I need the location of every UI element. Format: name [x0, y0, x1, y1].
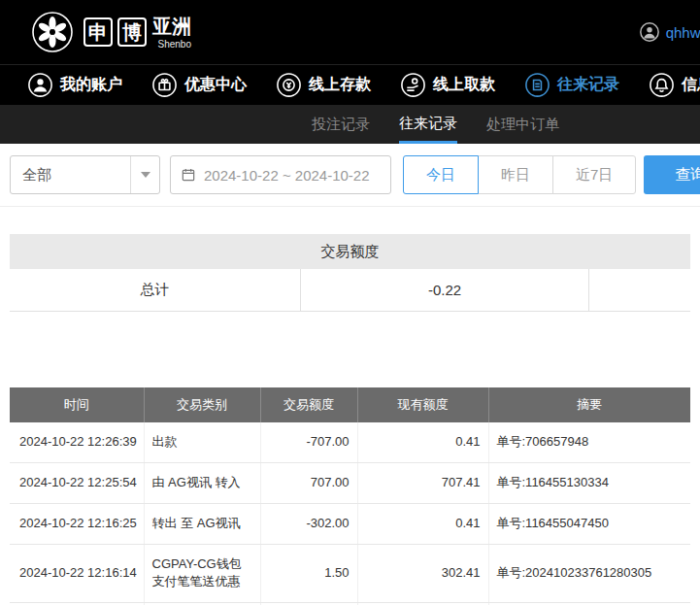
records-table-body: 2024-10-22 12:26:39 出款 -707.00 0.41 单号:7…	[10, 422, 690, 605]
cell-type: CGPAY-CG钱包支付笔笔送优惠	[144, 544, 260, 603]
cell-amount: -707.00	[260, 422, 357, 462]
logo-region-text: 亚洲	[152, 16, 191, 37]
main-nav: 我的账户 优惠中心 线上存款	[0, 64, 700, 105]
type-select-value: 全部	[22, 166, 51, 185]
summary-header: 交易额度	[10, 234, 690, 269]
records-table-head: 时间 交易类别 交易额度 现有额度 摘要	[10, 387, 690, 422]
cell-balance: 0.41	[357, 422, 488, 462]
app: 申 博 亚洲 Shenbo qhhwz	[0, 0, 700, 605]
col-header-type: 交易类别	[144, 387, 260, 422]
summary-table: 交易额度 总计 -0.22	[10, 234, 690, 312]
yesterday-button[interactable]: 昨日	[478, 155, 553, 194]
site-logo[interactable]: 申 博 亚洲 Shenbo	[31, 11, 191, 53]
logo-char-bo: 博	[117, 17, 147, 47]
date-range-value: 2024-10-22 ~ 2024-10-22	[204, 167, 370, 184]
nav-item-label: 我的账户	[60, 75, 122, 95]
table-row: 2024-10-22 12:25:54 由 AG视讯 转入 707.00 707…	[10, 462, 690, 503]
cell-time: 2024-10-22 12:16:14	[10, 544, 144, 603]
type-select[interactable]: 全部	[10, 155, 160, 194]
nav-item-label: 往来记录	[557, 75, 619, 95]
account-icon	[639, 21, 660, 43]
cell-balance: 707.41	[357, 462, 488, 503]
username: qhhwz	[666, 24, 700, 41]
flower-logo-icon	[31, 11, 74, 53]
summary-row: 总计 -0.22	[10, 269, 690, 312]
summary-total-value: -0.22	[301, 269, 589, 311]
nav-item-label: 线上存款	[309, 75, 371, 95]
cell-amount: -302.00	[260, 503, 357, 544]
cell-time: 2024-10-22 12:25:54	[10, 462, 144, 503]
cell-balance: 0.41	[357, 503, 488, 544]
top-header: 申 博 亚洲 Shenbo qhhwz	[0, 0, 700, 64]
dropdown-arrow-icon	[130, 156, 159, 193]
user-account[interactable]: qhhwz	[639, 21, 700, 43]
user-icon	[27, 72, 53, 98]
logo-subtitle: Shenbo	[158, 39, 191, 50]
nav-item-transfer-records[interactable]: 往来记录	[524, 72, 619, 98]
col-header-amount: 交易额度	[260, 387, 357, 422]
cell-amount: 707.00	[260, 462, 357, 503]
cell-summary: 单号:706657948	[488, 422, 690, 462]
gift-icon	[151, 72, 178, 98]
tab-transfer-records[interactable]: 往来记录	[399, 105, 457, 144]
table-header-row: 时间 交易类别 交易额度 现有额度 摘要	[10, 387, 690, 422]
cell-amount: 1.50	[260, 544, 357, 603]
transfer-records-icon	[524, 72, 550, 98]
nav-item-label: 线上取款	[433, 75, 495, 95]
nav-item-my-account[interactable]: 我的账户	[27, 72, 122, 98]
calendar-icon	[181, 167, 196, 183]
nav-item-promotions[interactable]: 优惠中心	[151, 72, 247, 98]
date-range-input[interactable]: 2024-10-22 ~ 2024-10-22	[170, 155, 391, 194]
cell-summary: 单号:116455130334	[488, 462, 690, 503]
table-row: 2024-10-22 12:16:25 转出 至 AG视讯 -302.00 0.…	[10, 503, 690, 544]
cell-type: 转出 至 AG视讯	[144, 503, 260, 544]
cell-type: 出款	[144, 422, 260, 462]
table-row: 2024-10-22 12:16:14 CGPAY-CG钱包支付笔笔送优惠 1.…	[10, 544, 690, 603]
tab-processing-orders[interactable]: 处理中订单	[486, 105, 559, 144]
quick-date-buttons: 今日 昨日 近7日	[403, 155, 636, 194]
summary-total-label: 总计	[10, 269, 301, 311]
logo-char-shen: 申	[83, 17, 113, 47]
col-header-summary: 摘要	[488, 387, 690, 422]
cell-time: 2024-10-22 12:16:25	[10, 503, 144, 544]
col-header-balance: 现有额度	[357, 387, 488, 422]
sub-tabs: 投注记录 往来记录 处理中订单	[0, 105, 700, 144]
cell-balance: 302.41	[357, 544, 488, 603]
nav-item-label: 信息	[682, 75, 700, 95]
table-row: 2024-10-22 12:26:39 出款 -707.00 0.41 单号:7…	[10, 422, 690, 462]
records-table: 时间 交易类别 交易额度 现有额度 摘要 2024-10-22 12:26:39…	[10, 387, 690, 605]
filter-bar: 全部 2024-10-22 ~ 2024-10-22 今日 昨日 近7日 查询	[0, 144, 700, 207]
query-button[interactable]: 查询	[644, 155, 700, 194]
deposit-icon	[276, 72, 302, 98]
nav-item-label: 优惠中心	[184, 75, 247, 95]
nav-item-messages[interactable]: 信息	[649, 72, 700, 98]
logo-region: 亚洲 Shenbo	[152, 16, 191, 50]
withdraw-icon	[400, 72, 426, 98]
summary-empty-cell	[589, 269, 690, 311]
nav-item-deposit[interactable]: 线上存款	[276, 72, 371, 98]
last7days-button[interactable]: 近7日	[552, 155, 636, 194]
cell-summary: 单号:202410233761280305	[488, 544, 690, 603]
bell-icon	[649, 72, 675, 98]
cell-summary: 单号:116455047450	[488, 503, 690, 544]
tab-betting-records[interactable]: 投注记录	[312, 105, 370, 144]
cell-type: 由 AG视讯 转入	[144, 462, 260, 503]
nav-item-withdraw[interactable]: 线上取款	[400, 72, 495, 98]
today-button[interactable]: 今日	[403, 155, 479, 194]
cell-time: 2024-10-22 12:26:39	[10, 422, 144, 462]
col-header-time: 时间	[10, 387, 144, 422]
